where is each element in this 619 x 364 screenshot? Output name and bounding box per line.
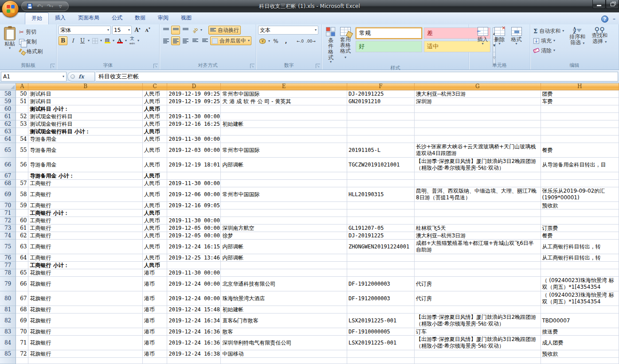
cell-E66[interactable]: 内部调帐	[221, 158, 347, 172]
cell-C65[interactable]: 人民币	[143, 143, 168, 158]
cell-A59[interactable]: 51	[16, 98, 28, 105]
cell-H63[interactable]	[541, 128, 619, 136]
cell-A58[interactable]: 50	[16, 90, 28, 98]
row-header-75[interactable]: 75	[0, 240, 16, 254]
cell-B78[interactable]: 花旗银行	[28, 269, 142, 277]
cell-D60[interactable]	[167, 105, 221, 113]
column-header-B[interactable]: B	[28, 83, 142, 90]
cell-G73[interactable]: 桂林双飞5天	[415, 225, 541, 232]
cell-G66[interactable]: 【出游季·深撩夏日风情】厦门鼓浪屿3日2晚跟团游（精致小团·希尔顿海景房·5钻·…	[415, 158, 541, 172]
number-format-combo[interactable]: 文本▾	[258, 26, 318, 35]
cell-G84[interactable]: 【出游季·深撩夏日风情】厦门鼓浪屿3日2晚跟团游（精致小团·希尔顿海景房·5钻·…	[415, 336, 541, 350]
cell-D71[interactable]	[167, 209, 221, 217]
cell-F78[interactable]	[347, 269, 415, 277]
cell-A82[interactable]: 69	[16, 314, 28, 328]
cell-E61[interactable]	[221, 113, 347, 120]
cell-C61[interactable]: 人民币	[143, 113, 168, 120]
cell-B61[interactable]: 测试现金银行科目	[28, 113, 142, 120]
cell-B63[interactable]: 测试现金银行科目 小计：	[28, 128, 142, 136]
autosum-button[interactable]: Σ自动求和▾	[532, 27, 565, 35]
cell-H84[interactable]: 成人团费	[541, 336, 619, 350]
row-header-81[interactable]: 81	[0, 306, 16, 314]
tab-视图[interactable]: 视图	[175, 12, 198, 24]
clear-button[interactable]: 清除▾	[532, 46, 565, 55]
cell-B81[interactable]: 花旗银行	[28, 306, 142, 314]
font-color-button[interactable]: A	[115, 36, 124, 45]
cell-A81[interactable]: 68	[16, 306, 28, 314]
cell-E79[interactable]: 北京华通科技有限公司	[221, 277, 347, 291]
cell-C74[interactable]: 人民币	[143, 232, 168, 240]
column-header-H[interactable]: H	[541, 83, 619, 90]
row-header-78[interactable]: 78	[0, 269, 16, 277]
cell-A78[interactable]: 65	[16, 269, 28, 277]
cell-G58[interactable]: 澳大利亚--杭州3日游	[415, 90, 541, 98]
cell-B60[interactable]: 测试科目 小计：	[28, 105, 142, 113]
cell-H59[interactable]: 车费	[541, 98, 619, 105]
cell-A86[interactable]	[16, 358, 28, 364]
cell-C66[interactable]: 人民币	[143, 158, 168, 172]
cell-F60[interactable]	[347, 105, 415, 113]
cell-E81[interactable]: 初始建帐	[221, 306, 347, 314]
formula-input[interactable]: 科目收支三栏帐	[96, 72, 618, 81]
align-center-button[interactable]	[171, 36, 180, 45]
paste-button[interactable]: 粘贴 ▾	[2, 26, 18, 62]
tab-公式[interactable]: 公式	[106, 12, 129, 24]
cell-A69[interactable]: 58	[16, 187, 28, 202]
cell-A66[interactable]: 56	[16, 158, 28, 172]
cell-D73[interactable]: 2019-12-05 00:00	[167, 225, 221, 232]
cell-H78[interactable]	[541, 269, 619, 277]
italic-button[interactable]: I	[68, 36, 77, 45]
cell-E65[interactable]: 常州市中国国际	[221, 143, 347, 158]
cell-D69[interactable]: 2019-12-06 00:00	[167, 187, 221, 202]
cell-F63[interactable]	[347, 128, 415, 136]
cell-A73[interactable]: 61	[16, 225, 28, 232]
cell-G85[interactable]	[415, 350, 541, 358]
row-header-60[interactable]: 60	[0, 105, 16, 113]
cell-C83[interactable]: 港币	[143, 328, 168, 336]
cell-B66[interactable]: 导游备用金	[28, 158, 142, 172]
cell-H75[interactable]: 从工商银行科目转出，转	[541, 240, 619, 254]
cell-C72[interactable]: 人民币	[143, 217, 168, 225]
cell-B74[interactable]: 工商银行	[28, 232, 142, 240]
cell-B71[interactable]: 工商银行 小计：	[28, 209, 142, 217]
cell-C75[interactable]: 人民币	[143, 240, 168, 254]
column-header-C[interactable]: C	[143, 83, 168, 90]
cell-C85[interactable]: 港币	[143, 350, 168, 358]
cell-D78[interactable]: 2019-11-30 00:00	[167, 269, 221, 277]
row-header-62[interactable]: 62	[0, 120, 16, 128]
cell-E62[interactable]: 初始建帐	[221, 120, 347, 128]
borders-button[interactable]	[90, 36, 99, 45]
align-left-button[interactable]	[161, 36, 170, 45]
accounting-format-button[interactable]: ¥	[258, 37, 267, 46]
cell-A74[interactable]: 62	[16, 232, 28, 240]
row-header-71[interactable]: 71	[0, 209, 16, 217]
tab-页面布局[interactable]: 页面布局	[72, 12, 106, 24]
cell-H73[interactable]: 订票费	[541, 225, 619, 232]
cell-C79[interactable]: 港币	[143, 277, 168, 291]
cell-B85[interactable]: 花旗银行	[28, 350, 142, 358]
cell-G61[interactable]	[415, 113, 541, 120]
row-header-59[interactable]: 59	[0, 98, 16, 105]
copy-button[interactable]: 复制	[18, 37, 44, 46]
cell-B58[interactable]: 测试科目	[28, 90, 142, 98]
row-header-72[interactable]: 72	[0, 217, 16, 225]
row-header-83[interactable]: 83	[0, 328, 16, 336]
align-bottom-button[interactable]	[181, 26, 190, 35]
cell-F81[interactable]	[347, 306, 415, 314]
cell-H67[interactable]	[541, 172, 619, 180]
cell-A65[interactable]: 55	[16, 143, 28, 158]
office-button[interactable]	[2, 0, 19, 17]
cell-F64[interactable]	[347, 136, 415, 143]
cell-F75[interactable]: ZHONGWEN20191224001	[347, 240, 415, 254]
cell-F58[interactable]: DJ-20191225	[347, 90, 415, 98]
wrap-text-button[interactable]: 自动换行	[208, 26, 241, 35]
tab-数据[interactable]: 数据	[129, 12, 152, 24]
row-header-70[interactable]: 70	[0, 202, 16, 209]
cell-G69[interactable]: 昆明、普洱、西双版纳、中缅边境、大理、丽江7晚8日游（菩提1号昆送）	[415, 187, 541, 202]
tab-开始[interactable]: 开始	[25, 12, 49, 24]
cell-H86[interactable]	[541, 358, 619, 364]
cell-H66[interactable]: 从导游备用金科目转出，目	[541, 158, 619, 172]
cell-E70[interactable]	[221, 202, 347, 209]
percent-button[interactable]: %	[271, 37, 280, 46]
cell-D81[interactable]: 2019-12-24 15:48	[167, 306, 221, 314]
